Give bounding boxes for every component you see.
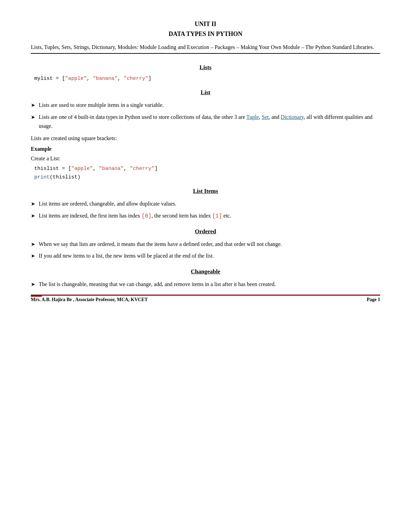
list-items-bullet-2: ➤ List items are indexed, the first item… (31, 211, 380, 221)
changeable-bullets: ➤ The list is changeable, meaning that w… (31, 280, 380, 289)
code-string-apple2: "apple" (71, 166, 93, 172)
print-keyword: print (34, 174, 50, 180)
subtitle-line: Lists, Tuples, Sets, Strings, Dictionary… (31, 42, 380, 54)
lists-created-text: Lists are created using square brackets: (31, 134, 380, 143)
ordered-section: Ordered ➤ When we say that lists are ord… (31, 228, 380, 261)
footer: Mrs. A.B. Hajira Be , Associate Professo… (31, 295, 380, 302)
ordered-heading: Ordered (31, 228, 380, 235)
index-1: [1] (212, 213, 222, 219)
set-link[interactable]: Set (262, 114, 269, 120)
arrow-icon-2: ➤ (31, 113, 35, 122)
code-string-apple: "apple" (65, 76, 87, 82)
lists-section: Lists mylist = ["apple", "banana", "cher… (31, 64, 380, 82)
code-string-cherry2: "cherry" (130, 166, 154, 172)
index-0: [0] (141, 213, 151, 219)
footer-line-decoration (31, 295, 42, 297)
bullet-text-1: Lists are used to store multiple items i… (39, 101, 380, 110)
code-bracket-close2: ] (154, 166, 158, 172)
code-bracket-close: ] (148, 76, 151, 82)
ordered-text-2: If you add new items to a list, the new … (39, 251, 380, 260)
list-items-text-2: List items are indexed, the first item h… (39, 211, 380, 221)
tuple-link[interactable]: Tuple (246, 114, 259, 120)
list-item-1: ➤ Lists are used to store multiple items… (31, 101, 380, 110)
list-items-text-1: List items are ordered, changeable, and … (39, 199, 380, 208)
ordered-bullet-1: ➤ When we say that lists are ordered, it… (31, 240, 380, 249)
lists-heading: Lists (31, 64, 380, 71)
arrow-icon-5: ➤ (31, 240, 35, 249)
mylist-var: mylist = (34, 76, 62, 82)
thislist-var: thislist = (34, 166, 68, 172)
main-title: DATA TYPES IN PYTHON (31, 30, 380, 38)
ordered-text-1: When we say that lists are ordered, it m… (39, 240, 380, 249)
list-items-bullets: ➤ List items are ordered, changeable, an… (31, 199, 380, 221)
bullet-text-2: Lists are one of 4 built-in data types i… (39, 113, 380, 131)
code-string-banana2: "banana" (99, 166, 124, 172)
list-heading: List (31, 89, 380, 96)
thislist-code: thislist = ["apple", "banana", "cherry"] (34, 166, 380, 172)
arrow-icon-4: ➤ (31, 212, 35, 220)
changeable-bullet-1: ➤ The list is changeable, meaning that w… (31, 280, 380, 289)
page-container: UNIT II DATA TYPES IN PYTHON Lists, Tupl… (31, 21, 380, 289)
changeable-heading: Changeable (31, 268, 380, 275)
arrow-icon-6: ➤ (31, 252, 35, 260)
example-heading: Example (31, 146, 380, 152)
ordered-bullet-2: ➤ If you add new items to a list, the ne… (31, 251, 380, 260)
ordered-bullets: ➤ When we say that lists are ordered, it… (31, 240, 380, 261)
list-bullets: ➤ Lists are used to store multiple items… (31, 101, 380, 131)
mylist-code: mylist = ["apple", "banana", "cherry"] (34, 76, 380, 82)
changeable-text-1: The list is changeable, meaning that we … (39, 280, 380, 289)
list-section: List ➤ Lists are used to store multiple … (31, 89, 380, 180)
code-bracket-open2: [ (68, 166, 71, 172)
print-code: print(thislist) (34, 174, 380, 180)
create-list-text: Create a List: (31, 154, 380, 163)
list-items-section: List Items ➤ List items are ordered, cha… (31, 188, 380, 221)
footer-page: Page 1 (367, 297, 380, 302)
code-string-cherry: "cherry" (124, 76, 148, 82)
arrow-icon-7: ➤ (31, 280, 35, 289)
dictionary-link[interactable]: Dictionary (281, 114, 304, 120)
footer-author: Mrs. A.B. Hajira Be , Associate Professo… (31, 297, 148, 302)
list-items-heading: List Items (31, 188, 380, 195)
code-string-banana: "banana" (93, 76, 117, 82)
code-bracket-open: [ (62, 76, 65, 82)
arrow-icon-3: ➤ (31, 200, 35, 208)
unit-title: UNIT II (31, 21, 380, 28)
arrow-icon-1: ➤ (31, 101, 35, 110)
list-items-bullet-1: ➤ List items are ordered, changeable, an… (31, 199, 380, 208)
changeable-section: Changeable ➤ The list is changeable, mea… (31, 268, 380, 289)
list-item-2: ➤ Lists are one of 4 built-in data types… (31, 113, 380, 131)
